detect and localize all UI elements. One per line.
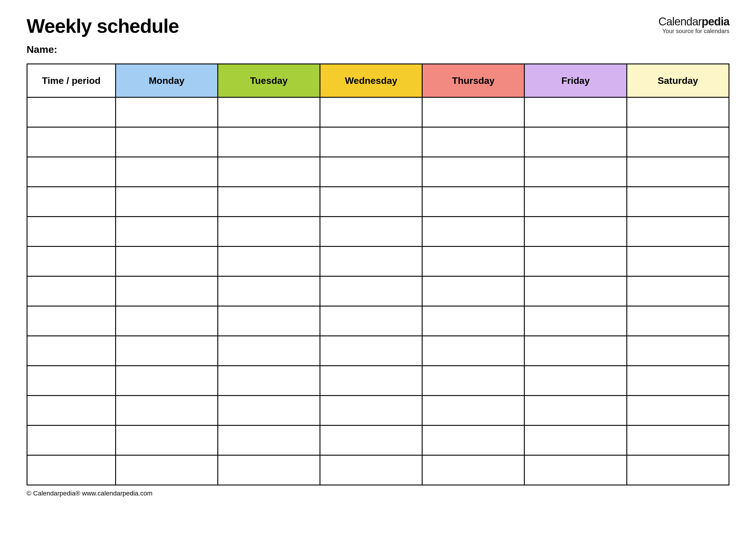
brand-block: Calendarpedia Your source for calendars: [659, 16, 729, 35]
schedule-cell: [218, 426, 320, 455]
schedule-cell: [627, 187, 729, 217]
time-cell: [27, 187, 116, 217]
time-cell: [27, 396, 116, 426]
time-cell: [27, 336, 116, 366]
time-cell: [27, 306, 116, 336]
time-cell: [27, 277, 116, 306]
header-row: Time / period Monday Tuesday Wednesday T…: [27, 64, 729, 97]
schedule-cell: [525, 455, 627, 485]
schedule-cell: [115, 157, 218, 187]
time-cell: [27, 157, 116, 187]
schedule-cell: [627, 306, 729, 336]
table-row: [27, 217, 729, 246]
col-header-tuesday: Tuesday: [218, 64, 320, 97]
schedule-cell: [115, 217, 218, 246]
schedule-cell: [320, 306, 422, 336]
table-row: [27, 97, 729, 127]
schedule-cell: [115, 455, 218, 485]
schedule-cell: [627, 455, 729, 485]
schedule-cell: [320, 336, 422, 366]
schedule-cell: [422, 336, 525, 366]
schedule-cell: [320, 455, 422, 485]
schedule-cell: [422, 187, 525, 217]
schedule-cell: [115, 306, 218, 336]
schedule-cell: [218, 336, 320, 366]
schedule-cell: [218, 217, 320, 246]
schedule-cell: [320, 246, 422, 277]
schedule-cell: [218, 127, 320, 157]
schedule-cell: [422, 455, 525, 485]
schedule-cell: [422, 396, 525, 426]
time-cell: [27, 455, 116, 485]
schedule-cell: [320, 396, 422, 426]
col-header-saturday: Saturday: [627, 64, 729, 97]
schedule-body: [27, 97, 729, 485]
schedule-cell: [525, 336, 627, 366]
table-row: [27, 246, 729, 277]
schedule-cell: [115, 97, 218, 127]
schedule-cell: [525, 217, 627, 246]
schedule-cell: [320, 97, 422, 127]
schedule-cell: [218, 277, 320, 306]
schedule-cell: [320, 187, 422, 217]
schedule-cell: [218, 306, 320, 336]
table-row: [27, 187, 729, 217]
table-row: [27, 336, 729, 366]
schedule-cell: [320, 157, 422, 187]
time-cell: [27, 246, 116, 277]
col-header-time: Time / period: [27, 64, 116, 97]
time-cell: [27, 426, 116, 455]
schedule-cell: [525, 396, 627, 426]
schedule-cell: [218, 366, 320, 396]
table-row: [27, 306, 729, 336]
page-title: Weekly schedule: [27, 15, 179, 37]
schedule-cell: [525, 306, 627, 336]
schedule-cell: [320, 127, 422, 157]
time-cell: [27, 217, 116, 246]
table-row: [27, 366, 729, 396]
schedule-cell: [525, 277, 627, 306]
table-row: [27, 277, 729, 306]
schedule-cell: [218, 455, 320, 485]
schedule-cell: [115, 366, 218, 396]
schedule-cell: [422, 217, 525, 246]
schedule-cell: [218, 187, 320, 217]
time-cell: [27, 127, 116, 157]
schedule-cell: [525, 127, 627, 157]
schedule-cell: [218, 246, 320, 277]
schedule-cell: [627, 396, 729, 426]
schedule-cell: [627, 277, 729, 306]
schedule-cell: [627, 426, 729, 455]
schedule-cell: [115, 246, 218, 277]
table-row: [27, 455, 729, 485]
brand-name-plain: Calendar: [659, 15, 702, 28]
schedule-cell: [627, 217, 729, 246]
schedule-cell: [422, 366, 525, 396]
schedule-cell: [115, 396, 218, 426]
schedule-cell: [115, 336, 218, 366]
schedule-cell: [115, 426, 218, 455]
name-label: Name:: [27, 44, 729, 55]
col-header-thursday: Thursday: [422, 64, 525, 97]
time-cell: [27, 97, 116, 127]
schedule-cell: [627, 97, 729, 127]
schedule-cell: [422, 97, 525, 127]
table-row: [27, 396, 729, 426]
brand-name: Calendarpedia: [659, 16, 729, 27]
col-header-wednesday: Wednesday: [320, 64, 422, 97]
schedule-cell: [422, 426, 525, 455]
schedule-cell: [218, 396, 320, 426]
schedule-cell: [525, 246, 627, 277]
table-row: [27, 127, 729, 157]
col-header-monday: Monday: [115, 64, 218, 97]
schedule-cell: [422, 246, 525, 277]
schedule-cell: [422, 157, 525, 187]
schedule-cell: [627, 246, 729, 277]
footer-copyright: © Calendarpedia® www.calendarpedia.com: [27, 490, 729, 497]
col-header-friday: Friday: [525, 64, 627, 97]
schedule-cell: [320, 217, 422, 246]
schedule-cell: [422, 306, 525, 336]
brand-tagline: Your source for calendars: [659, 28, 729, 35]
schedule-cell: [320, 277, 422, 306]
schedule-cell: [422, 277, 525, 306]
